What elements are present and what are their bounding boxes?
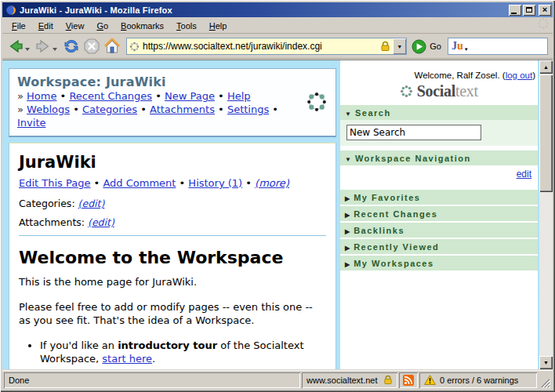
scroll-up-button[interactable]: ▲ — [539, 60, 553, 74]
back-button[interactable] — [7, 38, 33, 55]
search-engine-dropdown-icon[interactable]: ▼ — [464, 47, 469, 52]
nav-link-home[interactable]: Home — [27, 90, 56, 102]
menu-edit[interactable]: Edit — [32, 19, 60, 33]
sidebar-section-my-workspaces[interactable]: ▶My Workspaces — [340, 256, 538, 270]
action-link-add-comment[interactable]: Add Comment — [103, 177, 176, 189]
browser-viewport: Workspace: JuraWiki » Home • Recent Chan… — [2, 60, 553, 369]
dropdown-arrow-icon: ▼ — [397, 44, 402, 49]
menu-bookmarks[interactable]: Bookmarks — [114, 19, 170, 33]
nav-separator: • — [215, 90, 227, 102]
article-paragraphs: This is the home page for JuraWiki.Pleas… — [19, 275, 326, 327]
sidebar-section-backlinks[interactable]: ▶Backlinks — [340, 223, 538, 238]
minimize-button[interactable] — [509, 5, 521, 16]
sidebar-section-my-favorites[interactable]: ▶My Favorites — [340, 190, 538, 205]
categories-row: Categories: (edit) — [19, 198, 326, 209]
action-separator: • — [176, 177, 188, 189]
home-icon — [103, 37, 122, 56]
vertical-scrollbar[interactable]: ▲ ▼ — [539, 60, 553, 369]
categories-label: Categories: — [19, 198, 75, 209]
search-engine-icon[interactable]: Ju — [452, 40, 463, 53]
nav-separator: • — [137, 103, 150, 115]
workspace-navigation-edit-link[interactable]: edit — [517, 169, 531, 180]
ssl-lock-icon — [380, 41, 390, 52]
url-dropdown-button[interactable]: ▼ — [393, 38, 406, 54]
menu-view[interactable]: View — [60, 19, 91, 33]
nav-link-attachments[interactable]: Attachments — [150, 103, 215, 115]
article-bullet-list: If you'd like an introductory tour of th… — [40, 339, 326, 369]
action-separator: • — [242, 177, 255, 189]
sidebar-section-recent-changes[interactable]: ▶Recent Changes — [340, 206, 538, 221]
menu-go[interactable]: Go — [90, 19, 114, 33]
close-button[interactable]: × — [539, 5, 551, 16]
socialtext-logo-icon — [304, 89, 329, 118]
expand-arrow-icon: ▶ — [345, 245, 350, 252]
maximize-button[interactable] — [523, 5, 535, 16]
article-paragraph: Please feel free to add or modify pages … — [19, 300, 326, 327]
menu-help[interactable]: Help — [203, 19, 234, 33]
action-link-history-1[interactable]: History (1) — [188, 177, 242, 189]
search-section-header[interactable]: ▼Search — [340, 105, 538, 120]
forward-button[interactable] — [34, 38, 60, 55]
go-button[interactable]: Go — [412, 39, 441, 54]
resize-grip[interactable] — [539, 373, 551, 389]
action-link-edit-this-page[interactable]: Edit This Page — [19, 177, 90, 189]
go-label: Go — [430, 42, 441, 51]
nav-link-help[interactable]: Help — [227, 90, 251, 102]
forward-icon — [34, 38, 52, 55]
throbber-icon — [537, 17, 550, 33]
expand-arrow-icon: ▶ — [345, 261, 350, 268]
sidebar-section-recently-viewed[interactable]: ▶Recently Viewed — [340, 239, 538, 254]
nav-link-recent-changes[interactable]: Recent Changes — [69, 90, 152, 102]
nav-link-invite[interactable]: Invite — [17, 117, 45, 129]
sidebar-section-label: Recent Changes — [354, 209, 437, 219]
sidebar: Welcome, Ralf Zosel. (log out) Socialtex… — [340, 60, 538, 369]
page-actions: Edit This Page • Add Comment • History (… — [19, 176, 326, 191]
bullet-text: If you'd like an — [40, 339, 118, 351]
search-section-title: Search — [355, 108, 391, 118]
expand-arrow-icon: ▶ — [345, 195, 350, 202]
nav-link-new-page[interactable]: New Page — [165, 90, 215, 102]
menu-bar: FileEditViewGoBookmarksToolsHelp — [2, 17, 553, 34]
article-paragraph: This is the home page for JuraWiki. — [19, 275, 326, 289]
nav-link-settings[interactable]: Settings — [227, 103, 269, 115]
socialtext-dots-icon — [400, 85, 416, 99]
nav-arrow-icon: » — [17, 90, 27, 102]
expand-arrow-icon: ▶ — [345, 212, 350, 219]
workspace-navigation-header[interactable]: ▼Workspace Navigation — [340, 151, 538, 165]
scroll-down-button[interactable]: ▼ — [539, 356, 553, 369]
nav-link-categories[interactable]: Categories — [82, 103, 137, 115]
back-dropdown-icon[interactable] — [25, 48, 30, 51]
menu-tools[interactable]: Tools — [170, 19, 203, 33]
title-bar: JuraWiki - JuraWiki - Mozilla Firefox × — [2, 2, 553, 17]
rss-panel[interactable] — [399, 372, 418, 388]
workspace-nav-row: » Weblogs • Categories • Attachments • S… — [17, 103, 328, 129]
sidebar-section-label: My Favorites — [354, 193, 420, 202]
status-domain: www.socialtext.net — [307, 376, 377, 385]
scroll-up-icon: ▲ — [543, 64, 549, 70]
reload-button[interactable] — [62, 37, 81, 56]
bullet-link-start-here[interactable]: start here — [102, 353, 152, 365]
action-link-more[interactable]: (more) — [255, 177, 289, 189]
stop-button[interactable] — [82, 37, 101, 56]
warnings-text: 0 errors / 6 warnings — [440, 376, 518, 385]
nav-link-weblogs[interactable]: Weblogs — [27, 103, 70, 115]
sidebar-search-input[interactable] — [346, 125, 481, 140]
attachments-row: Attachments: (edit) — [19, 216, 326, 228]
forward-dropdown-icon[interactable] — [53, 48, 57, 51]
warnings-panel[interactable]: 0 errors / 6 warnings — [419, 372, 537, 388]
search-engine-box[interactable]: Ju ▼ — [448, 38, 548, 55]
workspace-title: Workspace: JuraWiki — [17, 74, 328, 89]
categories-edit-link[interactable]: (edit) — [78, 198, 105, 209]
scrollbar-thumb[interactable] — [539, 74, 553, 192]
maximize-icon — [526, 7, 532, 13]
bullet-bold-text: introductory tour — [118, 339, 217, 351]
menu-file[interactable]: File — [5, 19, 32, 33]
url-text[interactable]: https://www.socialtext.net/jurawiki/inde… — [143, 41, 380, 52]
attachments-edit-link[interactable]: (edit) — [88, 216, 114, 228]
minimize-icon — [511, 13, 517, 14]
home-button[interactable] — [103, 37, 122, 56]
logout-link[interactable]: log out — [506, 71, 533, 80]
address-bar[interactable]: https://www.socialtext.net/jurawiki/inde… — [126, 38, 407, 55]
article-bullet: If you'd like an introductory tour of th… — [40, 339, 326, 365]
nav-separator: • — [269, 103, 278, 115]
